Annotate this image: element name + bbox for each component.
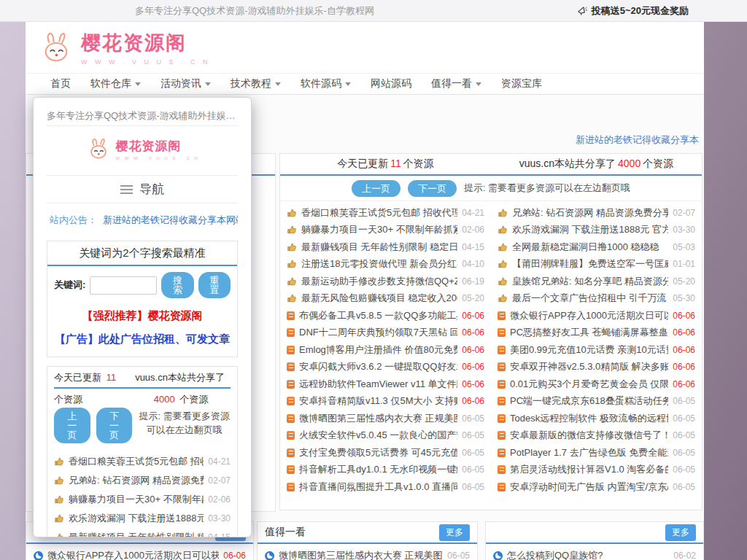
resource-title[interactable]: 微博晒图第三届性感内衣大赛 正规美图等你欣 xyxy=(299,412,457,425)
resource-list-item[interactable]: 皇族馆兄弟站: 知名分享吧 精品资源分享基地 05-20 xyxy=(498,273,695,290)
more-button[interactable]: 更多 xyxy=(665,524,696,541)
resource-list-item[interactable]: 最新赚钱项目 无年龄性别限制 稳定日撸300+ 04-15 xyxy=(287,238,484,256)
resource-list-item[interactable]: 安卓双开神器v2.5.3.0精简版 解决多账号切换 06-06 xyxy=(498,359,695,376)
resource-list-item[interactable]: DNF十二周年庆典预约领取7天黑钻 回归用户 06-06 xyxy=(287,324,484,342)
nav-item[interactable]: 软件源码 xyxy=(301,77,351,90)
resource-list-item[interactable]: 0.01元购买3个月爱奇艺黄金会员 仅限京东白 06-06 xyxy=(498,376,695,393)
resource-title[interactable]: 抖音直播间氛围提升工具v1.0.0 直播间自动发 xyxy=(299,481,457,494)
nav-item[interactable]: 技术教程 xyxy=(231,77,281,90)
resource-title[interactable]: 火绒安全软件v5.0.45 一款良心的国产安全软件 xyxy=(299,429,457,442)
resource-list-item[interactable]: Emlog博客用户注册插件 价值80元免费分享 06-06 xyxy=(287,341,484,359)
announcement-marquee[interactable]: 新进站的老铁记得收藏分享本 xyxy=(576,133,699,147)
more-button[interactable]: 更多 xyxy=(439,524,470,541)
resource-list-item[interactable]: 支付宝免费领取5元话费券 可45元充值三网50 06-05 xyxy=(287,444,484,462)
resource-list-item[interactable]: 第启灵活动线报计算器V1.0 淘客必备的一款软 06-05 xyxy=(498,462,695,479)
popup-nav-toggle[interactable]: 导航 xyxy=(47,175,238,203)
resource-title[interactable]: 最新运动助手修改步数支持微信QQ+ZFB步 xyxy=(301,275,457,288)
resource-list-item[interactable]: 最后一个文章广告位招租中 引千万流 聚八方 05-30 xyxy=(498,290,695,308)
resource-title[interactable]: 远程协助软件TeamViewer v11 单文件版 方便 xyxy=(299,378,457,391)
announcement-text[interactable]: 新进站的老铁记得收藏分享本网站哦！ xyxy=(103,214,238,227)
resource-list-item[interactable]: 兄弟站: 钻石资源网 精品资源免费分享基 02-07 xyxy=(54,471,231,490)
bottom-list-item[interactable]: 微博晒图第三届性感内衣大赛 正规美图等你欣赏 06-05 xyxy=(258,544,477,560)
resource-list-item[interactable]: 最新无风险包赔赚钱项目 稳定收入200-500元 05-20 xyxy=(287,290,484,308)
resource-list-item[interactable]: 安卓最新版的微信支持修改微信号了！ IOS版 06-05 xyxy=(498,427,695,445)
resource-title[interactable]: PotPlayer 1.7 去广告绿色版 免费全能影音播 xyxy=(510,446,668,459)
resource-title[interactable]: 微众银行APP存入1000元活期次日可以获得无 xyxy=(510,309,668,322)
resource-list-item[interactable]: 欢乐游戏漏洞 下载注册送1888元 官方合 03-30 xyxy=(54,509,231,528)
resource-title[interactable]: 香烟口粮芙蓉王试货5元包邮 招收代理 xyxy=(301,206,457,219)
resource-title[interactable]: 安卓抖音精简版v11.3 仅5M大小 支持账号登录 xyxy=(299,394,457,408)
nav-item[interactable]: 资源宝库 xyxy=(501,77,542,90)
resource-title[interactable]: 注册送18元零投资做代理 新会员分红存1000 xyxy=(301,257,457,271)
resource-title[interactable]: 最新赚钱项目 无年龄性别限制 稳定日撸300+ xyxy=(301,241,457,254)
resource-title[interactable]: 皇族馆兄弟站: 知名分享吧 精品资源分享基地 xyxy=(512,275,668,288)
resource-list-item[interactable]: 全网最新稳定漏洞日撸1000 稳稳稳 05-03 xyxy=(498,238,695,256)
resource-list-item[interactable]: 兄弟站: 钻石资源网 精品资源免费分享基地 02-07 xyxy=(498,204,695,222)
resource-title[interactable]: 微博晒图第三届性感内衣大赛 正规美图等你欣赏 xyxy=(279,549,443,560)
bottom-list-item[interactable]: 怎么投稿到QQ皇族馆? 06-02 xyxy=(486,544,703,560)
resource-list-item[interactable]: 欢乐游戏漏洞 下载注册送1888元 官方合作 03-30 xyxy=(498,222,695,239)
resource-title[interactable]: 怎么投稿到QQ皇族馆? xyxy=(507,549,669,560)
nav-item[interactable]: 值得一看 xyxy=(431,77,481,90)
resource-list-item[interactable]: 躺赚暴力项目一天30+ 不限制年龄抓紧上 02-06 xyxy=(54,490,231,509)
ad-slot-link[interactable]: 【广告】此处广告位招租、可发文章 xyxy=(47,332,237,346)
resource-title[interactable]: 兄弟站: 钻石资源网 精品资源免费分享基地 xyxy=(512,206,668,219)
resource-title[interactable]: Todesk远程控制软件 极致流畅的远程协助工具 xyxy=(510,412,668,425)
resource-list-item[interactable]: 布偶必备工具v5.8.5 一款QQ多功能工具软件 06-06 xyxy=(287,307,484,324)
resource-title[interactable]: 兄弟站: 钻石资源网 精品资源免费分享基 xyxy=(69,474,204,487)
resource-list-item[interactable]: 抖音直播间氛围提升工具v1.0.0 直播间自动发 06-05 xyxy=(287,478,484,496)
popup-site-logo[interactable]: 樱花资源阁 W W W . V U U S . C N xyxy=(47,132,238,166)
search-button[interactable]: 搜索 xyxy=(161,272,193,298)
resource-title[interactable]: 最后一个文章广告位招租中 引千万流 聚八方 xyxy=(512,292,668,305)
resource-list-item[interactable]: Todesk远程控制软件 极致流畅的远程协助工具 06-05 xyxy=(498,410,695,427)
resource-list-item[interactable]: 抖音解析工具dy1.0.1 无水印视频一键解析软件 06-05 xyxy=(287,462,484,479)
resource-title[interactable]: PC端一键完成京东618叠蛋糕活动任务工具 xyxy=(510,394,668,408)
resource-list-item[interactable]: 注册送18元零投资做代理 新会员分红存1000 04-10 xyxy=(287,256,484,273)
prev-page-button[interactable]: 上一页 xyxy=(54,408,90,443)
resource-title[interactable]: 0.01元购买3个月爱奇艺黄金会员 仅限京东白 xyxy=(510,378,668,391)
resource-title[interactable]: 【莆田潮牌鞋服】免费送空军一号匡威1970s xyxy=(512,257,668,271)
nav-item[interactable]: 活动资讯 xyxy=(160,77,211,90)
resource-list-item[interactable]: PotPlayer 1.7 去广告绿色版 免费全能影音播 06-05 xyxy=(498,444,695,462)
resource-title[interactable]: 安卓浮动时间无广告版 内置淘宝/京东/苏宁/招 xyxy=(510,481,668,494)
resource-title[interactable]: 第启灵活动线报计算器V1.0 淘客必备的一款软 xyxy=(510,463,668,476)
resource-list-item[interactable]: 微博晒图第三届性感内衣大赛 正规美图等你欣 06-05 xyxy=(287,410,484,427)
nav-item[interactable]: 软件仓库 xyxy=(90,77,141,90)
resource-list-item[interactable]: 美团0.99元充值10元话费 亲测10元话费秒到 06-06 xyxy=(498,341,695,359)
resource-title[interactable]: DNF十二周年庆典预约领取7天黑钻 回归用户 xyxy=(299,326,457,339)
submission-reward-link[interactable]: 投稿送5~20元现金奖励 xyxy=(577,4,689,18)
resource-title[interactable]: 安卓闪截大师v3.6.2 一键提取QQ好友发的闪照 xyxy=(299,360,457,373)
keyword-input[interactable] xyxy=(90,276,157,295)
resource-list-item[interactable]: PC端一键完成京东618叠蛋糕活动任务工具 06-05 xyxy=(498,393,695,411)
resource-list-item[interactable]: 【莆田潮牌鞋服】免费送空军一号匡威1970s 01-01 xyxy=(498,256,695,273)
site-logo[interactable]: 樱花资源阁 W W W . V U U S . C N xyxy=(37,28,211,66)
resource-title[interactable]: 欢乐游戏漏洞 下载注册送1888元 官方合 xyxy=(69,512,204,525)
resource-title[interactable]: 躺赚暴力项目一天30+ 不限制年龄抓紧上车 xyxy=(301,223,457,236)
resource-title[interactable]: 最新赚钱项目 无年龄性别限制 稳定日撸 xyxy=(69,531,204,537)
nav-item[interactable]: 网站源码 xyxy=(371,77,411,90)
resource-list-item[interactable]: 最新赚钱项目 无年龄性别限制 稳定日撸 04-15 xyxy=(54,528,231,537)
resource-list-item[interactable]: 最新运动助手修改步数支持微信QQ+ZFB步 06-19 xyxy=(287,273,484,290)
resource-list-item[interactable]: 安卓闪截大师v3.6.2 一键提取QQ好友发的闪照 06-06 xyxy=(287,359,484,376)
next-page-button[interactable]: 下一页 xyxy=(408,180,457,197)
resource-title[interactable]: 支付宝免费领取5元话费券 可45元充值三网50 xyxy=(299,446,457,459)
resource-title[interactable]: 躺赚暴力项目一天30+ 不限制年龄抓紧上 xyxy=(69,493,204,506)
resource-list-item[interactable]: 安卓浮动时间无广告版 内置淘宝/京东/苏宁/招 06-05 xyxy=(498,478,695,496)
resource-title[interactable]: 美团0.99元充值10元话费 亲测10元话费秒到 xyxy=(510,343,668,357)
recommend-ad-link[interactable]: 【强烈推荐】樱花资源阁 xyxy=(47,309,237,323)
resource-title[interactable]: Emlog博客用户注册插件 价值80元免费分享 xyxy=(299,343,457,357)
resource-title[interactable]: 欢乐游戏漏洞 下载注册送1888元 官方合作 xyxy=(512,223,668,236)
resource-title[interactable]: PC恶搞整好友工具 苍蝇铺满屏幕整蛊专家 效 xyxy=(510,326,668,339)
reset-button[interactable]: 重置 xyxy=(198,272,231,298)
resource-list-item[interactable]: 安卓抖音精简版v11.3 仅5M大小 支持账号登录 06-06 xyxy=(287,393,484,411)
nav-item[interactable]: 首页 xyxy=(50,77,71,90)
resource-title[interactable]: 布偶必备工具v5.8.5 一款QQ多功能工具软件 xyxy=(299,309,457,322)
resource-list-item[interactable]: 躺赚暴力项目一天30+ 不限制年龄抓紧上车 02-06 xyxy=(287,222,484,239)
resource-title[interactable]: 香烟口粮芙蓉王试货5元包邮 招收代理 xyxy=(69,455,204,468)
resource-title[interactable]: 全网最新稳定漏洞日撸1000 稳稳稳 xyxy=(512,241,668,254)
prev-page-button[interactable]: 上一页 xyxy=(352,180,400,197)
resource-title[interactable]: 微众银行APP存入1000元活期次日可以获得无门 xyxy=(47,549,219,560)
resource-title[interactable]: 最新无风险包赔赚钱项目 稳定收入200-500元 xyxy=(301,292,457,305)
bottom-list-item[interactable]: 微众银行APP存入1000元活期次日可以获得无门 06-06 xyxy=(26,544,253,560)
resource-list-item[interactable]: 香烟口粮芙蓉王试货5元包邮 招收代理 04-21 xyxy=(287,204,484,222)
